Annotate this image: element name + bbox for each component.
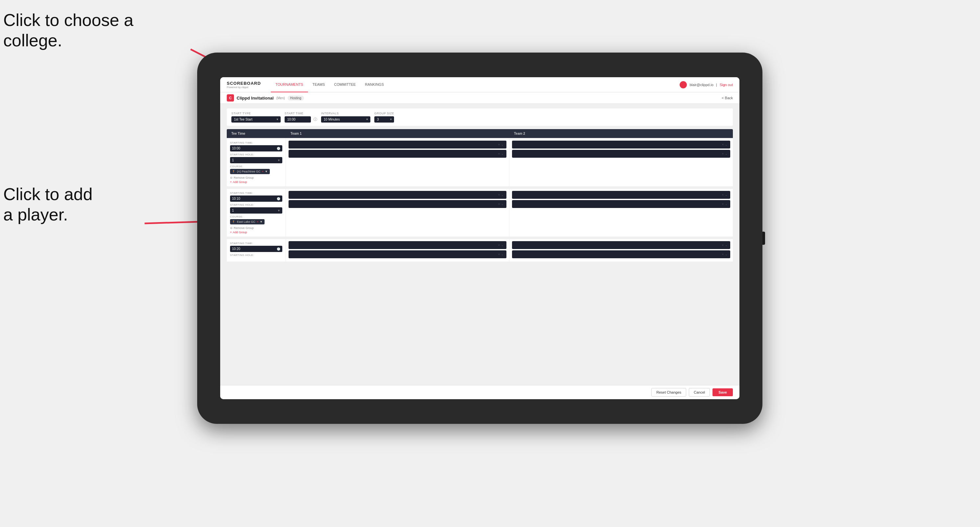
tablet-side-button	[762, 232, 765, 245]
hole-arrow-icon-1: ▼	[277, 159, 280, 162]
player-arrow-icon: ⌄	[501, 243, 504, 247]
starting-time-row-1: 10:00 🕙	[230, 145, 282, 151]
nav-separator: |	[716, 83, 717, 87]
save-button[interactable]: Save	[713, 388, 733, 396]
nav-rankings[interactable]: RANKINGS	[361, 77, 388, 92]
starting-time-label-1: STARTING TIME:	[230, 141, 282, 144]
player-x-icon: ×	[498, 202, 500, 206]
course-remove-icon-1[interactable]: ×	[262, 170, 264, 173]
tablet-screen: SCOREBOARD Powered by clippd TOURNAMENTS…	[220, 77, 740, 399]
starting-hole-row-1: 1 ▼	[230, 157, 282, 163]
team2-col-2: × ⌄ × ⌄	[509, 189, 733, 237]
nav-tournaments[interactable]: TOURNAMENTS	[271, 77, 308, 92]
course-tag-2[interactable]: 🏌 East Lake GC × ▼	[230, 219, 264, 224]
intervals-select[interactable]: 10 Minutes 8 Minutes	[321, 116, 371, 122]
team1-col-1: × ⌄ × ⌄	[286, 139, 509, 186]
cancel-button[interactable]: Cancel	[689, 388, 710, 397]
player-row-icons: × ⌄	[498, 193, 504, 197]
col-tee-time: Tee Time	[227, 129, 286, 138]
player-arrow-icon: ⌄	[725, 143, 728, 146]
avatar	[679, 81, 687, 88]
player-row[interactable]: × ⌄	[512, 141, 730, 149]
player-row[interactable]: × ⌄	[512, 250, 730, 258]
course-icon-1: 🏌	[232, 170, 235, 173]
player-row[interactable]: × ⌄	[512, 150, 730, 158]
logo-sub: Powered by clippd	[227, 86, 261, 89]
starting-time-label-2: STARTING TIME:	[230, 192, 282, 195]
player-arrow-icon: ⌄	[501, 202, 504, 206]
group-size-select[interactable]: 3 4	[374, 116, 394, 122]
player-row[interactable]: × ⌄	[512, 200, 730, 208]
player-x-icon: ×	[498, 243, 500, 247]
starting-time-row-3: 10:20 🕙	[230, 246, 282, 252]
bottom-bar: Reset Changes Cancel Save	[220, 385, 740, 399]
player-arrow-icon: ⌄	[501, 193, 504, 197]
start-type-select-wrapper: 1st Tee Start Shotgun Start ▼	[231, 116, 281, 122]
start-time-input-row: ⓘ	[285, 116, 317, 122]
starting-hole-select-2[interactable]: 1 ▼	[230, 207, 282, 214]
player-row-icons: × ⌄	[722, 252, 728, 256]
player-row[interactable]: × ⌄	[288, 200, 506, 208]
starting-time-value-3[interactable]: 10:20 🕙	[230, 246, 282, 252]
add-group-btn-2[interactable]: + Add Group	[230, 231, 282, 234]
player-x-icon: ×	[498, 252, 500, 256]
player-row[interactable]: × ⌄	[288, 141, 506, 149]
starting-time-row-2: 10:10 🕙	[230, 195, 282, 202]
player-row-icons: × ⌄	[498, 243, 504, 247]
course-name-2: East Lake GC	[237, 220, 255, 224]
starting-hole-select-1[interactable]: 1 ▼	[230, 157, 282, 163]
main-content: Start Type 1st Tee Start Shotgun Start ▼…	[220, 104, 740, 385]
nav-teams[interactable]: TEAMS	[308, 77, 329, 92]
start-type-select[interactable]: 1st Tee Start Shotgun Start	[231, 116, 281, 122]
table-header: Tee Time Team 1 Team 2	[227, 129, 733, 138]
player-row[interactable]: × ⌄	[512, 191, 730, 199]
course-row-1: 🏌 (A) Peachtree GC × ▼	[230, 169, 282, 174]
course-expand-icon-1[interactable]: ▼	[265, 170, 268, 173]
remove-group-btn-2[interactable]: ⊖ Remove Group	[230, 226, 282, 230]
back-button[interactable]: < Back	[722, 96, 733, 100]
player-row[interactable]: × ⌄	[288, 150, 506, 158]
course-tag-1[interactable]: 🏌 (A) Peachtree GC × ▼	[230, 169, 270, 174]
start-time-input[interactable]	[285, 116, 311, 122]
player-row[interactable]: × ⌄	[288, 191, 506, 199]
table-row: STARTING TIME: 10:20 🕙 STARTING HOLE: × …	[227, 239, 733, 262]
course-expand-icon-2[interactable]: ▼	[259, 220, 262, 224]
team2-col-1: × ⌄ × ⌄	[509, 139, 733, 186]
player-x-icon: ×	[722, 243, 724, 247]
remove-group-btn-1[interactable]: ⊖ Remove Group	[230, 176, 282, 179]
user-email: blair@clippd.io	[689, 83, 713, 87]
start-time-label: Start Time	[285, 112, 317, 115]
reset-changes-button[interactable]: Reset Changes	[651, 388, 686, 397]
start-type-label: Start Type	[231, 112, 281, 115]
player-x-icon: ×	[722, 193, 724, 197]
player-arrow-icon: ⌄	[725, 193, 728, 197]
event-title: Clippd Invitational	[237, 95, 274, 100]
nav-links: TOURNAMENTS TEAMS COMMITTEE RANKINGS	[271, 77, 388, 92]
add-group-btn-1[interactable]: + Add Group	[230, 180, 282, 184]
intervals-select-wrapper: 10 Minutes 8 Minutes ▼	[321, 116, 371, 122]
player-row[interactable]: × ⌄	[288, 250, 506, 258]
nav-committee[interactable]: COMMITTEE	[329, 77, 361, 92]
starting-hole-row-2: 1 ▼	[230, 207, 282, 214]
player-row[interactable]: × ⌄	[288, 241, 506, 249]
player-arrow-icon: ⌄	[501, 143, 504, 146]
player-x-icon: ×	[722, 252, 724, 256]
starting-time-value-1[interactable]: 10:00 🕙	[230, 145, 282, 151]
hosting-badge: Hosting	[288, 95, 304, 100]
player-x-icon: ×	[722, 202, 724, 206]
course-remove-icon-2[interactable]: ×	[257, 220, 258, 224]
player-arrow-icon: ⌄	[725, 243, 728, 247]
player-arrow-icon: ⌄	[725, 152, 728, 156]
starting-time-value-2[interactable]: 10:10 🕙	[230, 195, 282, 202]
nav-right: blair@clippd.io | Sign out	[679, 81, 733, 88]
player-x-icon: ×	[722, 152, 724, 156]
table-row: STARTING TIME: 10:10 🕙 STARTING HOLE: 1 …	[227, 189, 733, 237]
group-size-group: Group Size 3 4 ▼	[374, 112, 394, 122]
intervals-group: Intervals 10 Minutes 8 Minutes ▼	[321, 112, 371, 122]
player-row[interactable]: × ⌄	[512, 241, 730, 249]
intervals-label: Intervals	[321, 112, 371, 115]
sign-out-link[interactable]: Sign out	[720, 83, 733, 87]
player-row-icons: × ⌄	[722, 202, 728, 206]
event-gender: (Men)	[276, 96, 285, 100]
scoreboard-logo: SCOREBOARD Powered by clippd	[227, 81, 261, 89]
